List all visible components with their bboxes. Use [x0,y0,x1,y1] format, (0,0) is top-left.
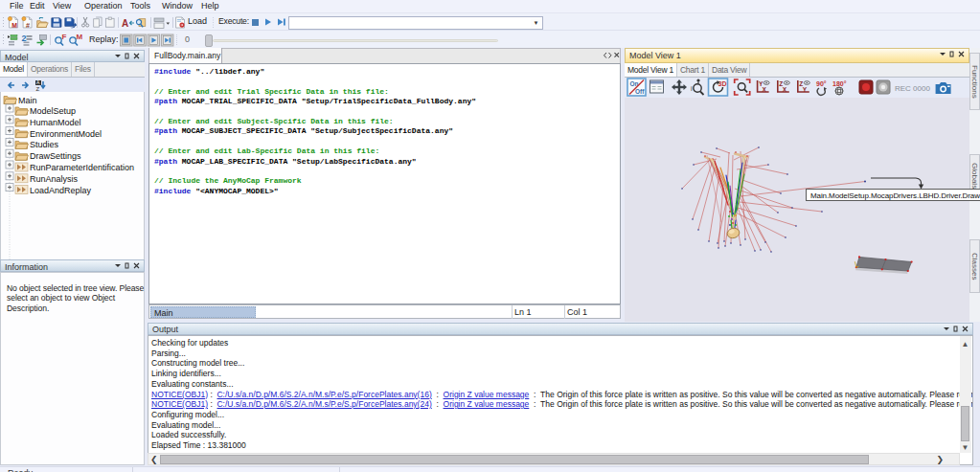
svg-text:EnvironmentModel: EnvironmentModel [30,129,102,139]
svg-text:i: i [691,85,693,92]
svg-text:LoadAndReplay: LoadAndReplay [30,186,92,195]
svg-text:DrawSettings: DrawSettings [30,151,81,161]
svg-text:REC 0000: REC 0000 [895,84,930,93]
svg-text:HumanModel: HumanModel [30,118,81,127]
svg-text:90°: 90° [816,80,827,87]
svg-text:Off: Off [635,88,645,95]
svg-text:RunParameterIdentification: RunParameterIdentification [30,163,134,172]
svg-text:Studies: Studies [30,140,59,149]
svg-text:X: X [763,86,767,93]
svg-text:M: M [77,33,83,41]
svg-text:3D: 3D [718,80,727,87]
svg-text:X: X [783,86,787,93]
svg-text:ModelSetup: ModelSetup [30,106,76,116]
svg-text:M: M [11,22,17,29]
svg-text:180°: 180° [832,80,847,87]
svg-text:RunAnalysis: RunAnalysis [30,174,79,184]
svg-text:Y: Y [803,86,808,93]
svg-text:A: A [122,18,128,29]
svg-text:#: # [26,21,30,30]
svg-text:F: F [62,33,67,41]
svg-text:Z: Z [36,86,40,92]
svg-text:Main: Main [18,96,37,105]
